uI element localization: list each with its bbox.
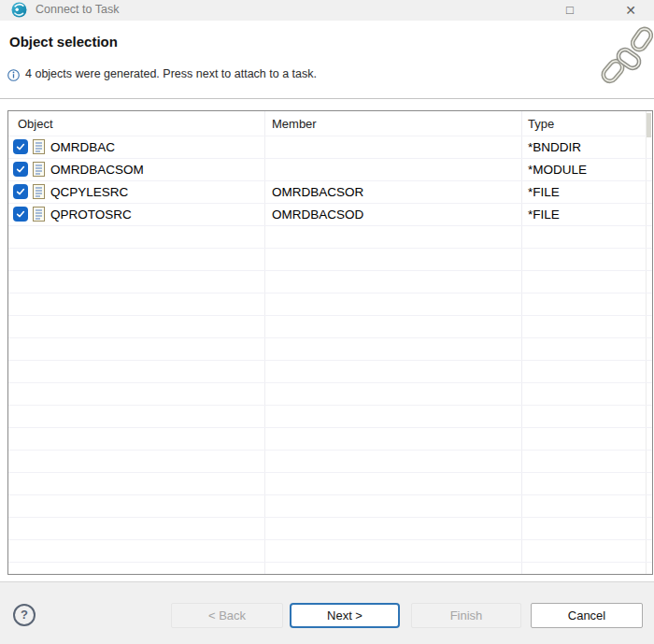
type-cell: *MODULE <box>528 163 587 177</box>
title-bar[interactable]: Connect to Task □ ✕ <box>0 0 654 21</box>
member-cell: OMRDBACSOR <box>272 185 363 199</box>
page-title: Object selection <box>9 34 118 50</box>
table-body: OMRDBAC*BNDDIROMRDBACSOM*MODULEQCPYLESRC… <box>8 136 652 563</box>
object-cell: OMRDBAC <box>50 140 115 154</box>
document-icon <box>33 162 45 177</box>
empty-table-row <box>8 249 652 271</box>
column-header-object[interactable]: Object <box>18 117 53 131</box>
chain-links-icon <box>600 24 654 86</box>
empty-table-row <box>8 361 652 383</box>
empty-table-row <box>8 540 652 563</box>
cancel-button[interactable]: Cancel <box>531 603 643 628</box>
back-button[interactable]: < Back <box>171 603 283 628</box>
row-checkbox[interactable] <box>13 184 28 199</box>
header-separator <box>0 98 654 99</box>
empty-table-row <box>8 383 652 406</box>
column-header-type[interactable]: Type <box>528 117 554 131</box>
empty-table-row <box>8 518 652 540</box>
info-message: 4 objects were generated. Press next to … <box>25 67 317 80</box>
maximize-button[interactable]: □ <box>559 0 581 21</box>
document-icon <box>33 184 45 199</box>
empty-table-row <box>8 451 652 473</box>
empty-table-row <box>8 406 652 428</box>
empty-table-row <box>8 226 652 249</box>
object-cell: QPROTOSRC <box>50 208 132 222</box>
document-icon <box>33 139 45 154</box>
next-button[interactable]: Next > <box>290 603 400 628</box>
finish-button[interactable]: Finish <box>411 603 521 628</box>
info-icon <box>7 68 20 80</box>
table-row[interactable]: QPROTOSRCOMRDBACSOD*FILE <box>8 204 652 226</box>
table-header-row[interactable]: Object Member Type <box>8 111 652 136</box>
table-row[interactable]: OMRDBAC*BNDDIR <box>8 136 652 159</box>
document-icon <box>33 207 45 222</box>
empty-table-row <box>8 338 652 361</box>
empty-table-row <box>8 473 652 495</box>
table-row[interactable]: QCPYLESRCOMRDBACSOR*FILE <box>8 181 652 204</box>
row-checkbox[interactable] <box>13 139 28 154</box>
object-cell: OMRDBACSOM <box>50 163 144 177</box>
button-bar: ? < Back Next > Finish Cancel <box>0 581 654 644</box>
empty-table-row <box>8 271 652 293</box>
type-cell: *FILE <box>528 185 560 199</box>
close-button[interactable]: ✕ <box>619 0 642 21</box>
vertical-scrollbar-thumb[interactable] <box>647 113 651 137</box>
table-row[interactable]: OMRDBACSOM*MODULE <box>8 159 652 181</box>
type-cell: *BNDDIR <box>528 140 581 154</box>
empty-table-row <box>8 316 652 338</box>
column-header-member[interactable]: Member <box>272 117 317 131</box>
help-button[interactable]: ? <box>13 604 36 626</box>
wizard-header: Object selection 4 objects were generate… <box>0 21 654 98</box>
object-selection-table[interactable]: Object Member Type OMRDBAC*BNDDIROMRDBAC… <box>7 110 653 575</box>
row-checkbox[interactable] <box>13 162 28 177</box>
empty-table-row <box>8 293 652 316</box>
empty-table-row <box>8 428 652 451</box>
app-icon <box>11 2 27 18</box>
row-checkbox[interactable] <box>13 207 28 222</box>
window-title: Connect to Task <box>36 3 119 16</box>
type-cell: *FILE <box>528 208 560 222</box>
empty-table-row <box>8 495 652 518</box>
member-cell: OMRDBACSOD <box>272 208 363 222</box>
object-cell: QCPYLESRC <box>50 185 128 199</box>
